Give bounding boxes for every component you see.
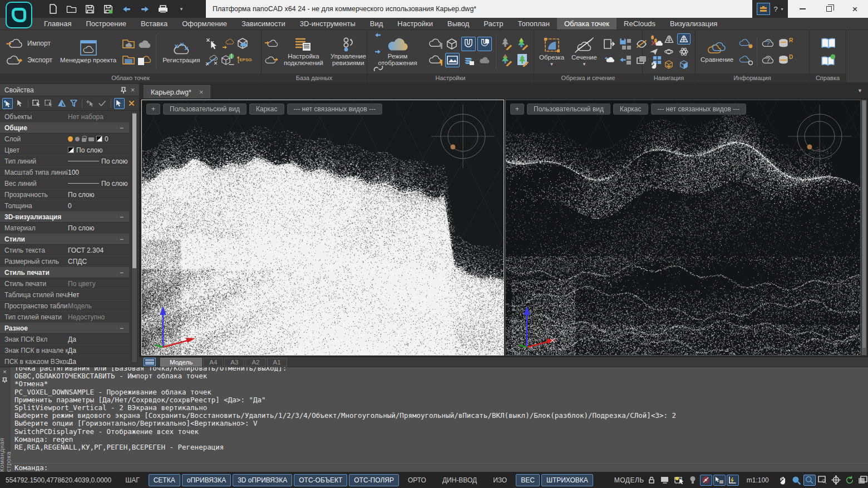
- close-panel-icon[interactable]: ×: [131, 86, 135, 94]
- menu-tab-Оформление[interactable]: Оформление: [175, 18, 234, 29]
- db-revisions-icon[interactable]: R: [778, 36, 793, 51]
- viewport-control-Пользовательский вид[interactable]: Пользовательский вид: [527, 103, 610, 115]
- color-swatch[interactable]: [68, 147, 74, 153]
- redo-icon[interactable]: [139, 3, 151, 15]
- cube-blue-icon[interactable]: [677, 59, 691, 70]
- zoom-realtime-icon[interactable]: [803, 475, 816, 486]
- close-button[interactable]: ×: [842, 0, 868, 18]
- viewport-left[interactable]: +Пользовательский видКаркас--- нет связа…: [141, 100, 504, 356]
- cube-cloud-icon[interactable]: [237, 37, 251, 51]
- tab-list-dropdown-icon[interactable]: ▼: [857, 88, 862, 93]
- cloud-sheet-icon[interactable]: [137, 53, 152, 67]
- layout-list-icon[interactable]: [144, 358, 156, 366]
- property-value[interactable]: Да: [68, 358, 129, 364]
- viewport-control-Каркас[interactable]: Каркас: [613, 103, 648, 115]
- flip-select-tool[interactable]: [56, 98, 67, 109]
- collapse-icon[interactable]: −: [120, 124, 129, 132]
- zoom-window-icon[interactable]: [817, 475, 829, 486]
- layout-tab-Модель[interactable]: Модель: [160, 358, 202, 367]
- lock-ui-icon[interactable]: [645, 475, 658, 486]
- model-space-label[interactable]: МОДЕЛЬ: [614, 476, 644, 484]
- pan-hand-icon[interactable]: [647, 59, 660, 70]
- compare-button[interactable]: Сравнение: [698, 40, 736, 64]
- colorize-photo-icon[interactable]: [516, 53, 531, 67]
- menu-tab-Растр[interactable]: Растр: [476, 18, 510, 29]
- pin-icon[interactable]: [121, 87, 126, 93]
- online-help-icon[interactable]: [821, 53, 835, 68]
- lamp-icon[interactable]: [687, 475, 699, 486]
- clean-screen-icon[interactable]: [659, 475, 671, 486]
- grid-view-icon[interactable]: [677, 33, 691, 45]
- property-value[interactable]: По слою: [68, 224, 129, 232]
- save-all-icon[interactable]: [102, 3, 114, 15]
- status-toggle-оПРИВЯЗКА[interactable]: оПРИВЯЗКА: [182, 474, 231, 486]
- printer-icon[interactable]: [88, 137, 94, 141]
- restore-clip-icon[interactable]: [618, 53, 633, 67]
- connection-settings-button[interactable]: Настройка подключений: [282, 37, 326, 67]
- restore-button[interactable]: [816, 0, 842, 18]
- document-tab-close-icon[interactable]: ×: [199, 88, 204, 96]
- help-book-icon[interactable]: [821, 36, 835, 51]
- open-file-icon[interactable]: [65, 3, 77, 15]
- properties-scrollbar[interactable]: [131, 112, 137, 363]
- status-toggle-ШАГ[interactable]: ШАГ: [121, 475, 144, 486]
- lamp-cursor-icon[interactable]: [673, 475, 685, 486]
- cloud-lamp-on-icon[interactable]: [428, 53, 442, 67]
- layers-stack-icon[interactable]: [461, 53, 476, 67]
- compare-removed-icon[interactable]: [738, 53, 753, 67]
- property-value[interactable]: По слою: [68, 146, 129, 154]
- rect-select2-tool[interactable]: [43, 98, 54, 109]
- layout-tab-A2[interactable]: A2: [245, 358, 265, 367]
- section-cube-icon[interactable]: [662, 59, 675, 70]
- annotation-add-icon[interactable]: [713, 475, 726, 486]
- halftone-cloud-icon[interactable]: [137, 37, 152, 51]
- colorize-gradient-icon[interactable]: [500, 53, 515, 67]
- property-value[interactable]: Нет: [68, 291, 129, 299]
- document-tab[interactable]: Карьер.dwg* ×: [144, 85, 210, 98]
- annotation-scale-icon[interactable]: [727, 475, 739, 486]
- cloud-lamp-off-icon[interactable]: [428, 36, 442, 51]
- registration-button[interactable]: Регистрация: [160, 40, 202, 65]
- colorize-single-icon[interactable]: [500, 37, 515, 51]
- pick-points-icon[interactable]: [205, 37, 219, 51]
- display-mode-button[interactable]: Режим отображения: [370, 37, 425, 67]
- crop-button[interactable]: Обрезка▼: [537, 37, 566, 67]
- property-value[interactable]: СПДС: [68, 258, 129, 265]
- epsg-button[interactable]: EPSG: [237, 53, 251, 67]
- undo-icon[interactable]: [120, 3, 132, 15]
- switch-layout-icon[interactable]: [857, 475, 868, 486]
- point-info-icon[interactable]: ?: [761, 53, 776, 67]
- property-value[interactable]: Модель: [68, 302, 129, 310]
- collapse-icon[interactable]: −: [120, 269, 129, 277]
- folder-icon[interactable]: [121, 53, 136, 67]
- quick-select-tool[interactable]: [114, 98, 125, 109]
- menu-tab-Построение[interactable]: Построение: [78, 18, 133, 29]
- revision-manager-button[interactable]: Управление ревизиями: [328, 37, 368, 67]
- save-icon[interactable]: [83, 3, 96, 15]
- color-swatch[interactable]: [96, 136, 102, 142]
- add-selection-tool[interactable]: [85, 98, 96, 109]
- walk-icon[interactable]: [647, 33, 660, 45]
- rect-select-tool[interactable]: [31, 98, 42, 109]
- viewport-scrollbar[interactable]: [861, 100, 867, 356]
- new-file-icon[interactable]: [47, 3, 59, 15]
- menu-tab-Настройки[interactable]: Настройки: [390, 18, 440, 29]
- customize-toolbar-icon[interactable]: ▾: [175, 3, 188, 15]
- cloud-transform-icon[interactable]: [221, 37, 235, 51]
- viewport-control-Пользовательский вид[interactable]: Пользовательский вид: [163, 103, 246, 115]
- layout-tab-A3[interactable]: A3: [224, 358, 244, 367]
- nanocad-logo[interactable]: [6, 2, 32, 28]
- annotation-visibility-icon[interactable]: [700, 475, 712, 486]
- regen-auto-icon[interactable]: [844, 475, 856, 486]
- colorize-spectrum-icon[interactable]: [516, 37, 531, 51]
- orbit-3d-icon[interactable]: [830, 475, 842, 486]
- help-button[interactable]: ?: [773, 5, 777, 13]
- menu-tab-Топоплан[interactable]: Топоплан: [511, 18, 557, 29]
- compare-added-icon[interactable]: [738, 36, 753, 51]
- property-value[interactable]: По слою: [68, 180, 129, 188]
- pin-icon[interactable]: [2, 377, 7, 383]
- sun-icon[interactable]: [75, 137, 80, 141]
- filter-tool[interactable]: [68, 98, 79, 109]
- status-toggle-ИЗО[interactable]: ИЗО: [489, 475, 511, 486]
- constraints-icon[interactable]: [677, 46, 691, 57]
